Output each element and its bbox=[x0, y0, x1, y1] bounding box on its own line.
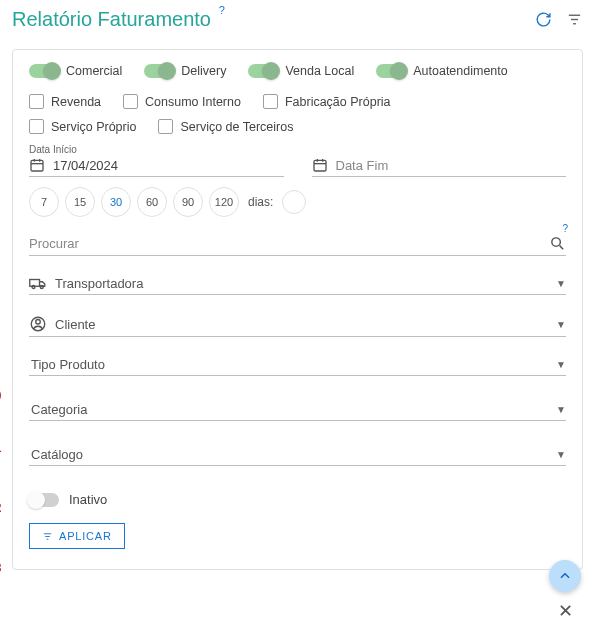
svg-point-11 bbox=[552, 238, 561, 247]
filter-icon[interactable] bbox=[566, 11, 583, 28]
toggle-comercial[interactable]: Comercial bbox=[29, 64, 122, 78]
select-cliente-label: Cliente bbox=[55, 317, 548, 332]
date-start-input[interactable]: 17/04/2024 bbox=[29, 157, 284, 177]
toggle-autoatendimento[interactable]: Autoatendimento bbox=[376, 64, 508, 78]
annotation-10: 10 bbox=[0, 389, 1, 403]
refresh-icon[interactable] bbox=[535, 11, 552, 28]
annotation-12: 12 bbox=[0, 501, 1, 515]
select-categoria[interactable]: Categoria ▼ bbox=[29, 402, 566, 421]
help-icon[interactable]: ? bbox=[562, 223, 568, 234]
annotation-13: 13 bbox=[0, 561, 1, 575]
toggle-comercial-label: Comercial bbox=[66, 64, 122, 78]
toggle-delivery-label: Delivery bbox=[181, 64, 226, 78]
check-servico-terceiros-label: Serviço de Terceiros bbox=[180, 120, 293, 134]
toggle-delivery[interactable]: Delivery bbox=[144, 64, 226, 78]
chevron-down-icon: ▼ bbox=[556, 404, 566, 415]
day-preset-30[interactable]: 30 bbox=[101, 187, 131, 217]
day-preset-60[interactable]: 60 bbox=[137, 187, 167, 217]
apply-button-label: APLICAR bbox=[59, 530, 112, 542]
day-preset-7[interactable]: 7 bbox=[29, 187, 59, 217]
filter-icon bbox=[42, 531, 53, 542]
date-end-label-spacer bbox=[312, 144, 567, 155]
apply-button[interactable]: APLICAR bbox=[29, 523, 125, 549]
search-placeholder: Procurar bbox=[29, 236, 549, 251]
day-preset-90[interactable]: 90 bbox=[173, 187, 203, 217]
date-end-label: Data Fim bbox=[336, 158, 389, 173]
help-icon[interactable]: ? bbox=[219, 4, 225, 16]
chevron-down-icon: ▼ bbox=[556, 449, 566, 460]
select-tipo-produto-label: Tipo Produto bbox=[31, 357, 548, 372]
person-icon bbox=[29, 315, 47, 333]
check-consumo-interno-label: Consumo Interno bbox=[145, 95, 241, 109]
check-servico-proprio[interactable]: Serviço Próprio bbox=[29, 119, 136, 134]
svg-point-15 bbox=[40, 285, 43, 288]
toggle-inativo-label: Inativo bbox=[69, 492, 107, 507]
select-transportadora-label: Transportadora bbox=[55, 276, 548, 291]
svg-line-12 bbox=[560, 246, 564, 250]
chevron-down-icon: ▼ bbox=[556, 319, 566, 330]
select-catalogo[interactable]: Catálogo ▼ bbox=[29, 447, 566, 466]
annotation-11: 11 bbox=[0, 441, 1, 455]
date-start-label: Data Início bbox=[29, 144, 284, 155]
days-label: dias: bbox=[248, 195, 273, 209]
chevron-down-icon: ▼ bbox=[556, 278, 566, 289]
calendar-icon bbox=[312, 157, 328, 173]
filter-card: Comercial Delivery Venda Local Autoatend… bbox=[12, 49, 583, 570]
select-catalogo-label: Catálogo bbox=[31, 447, 548, 462]
svg-point-14 bbox=[32, 285, 35, 288]
toggle-autoatendimento-label: Autoatendimento bbox=[413, 64, 508, 78]
date-end-input[interactable]: Data Fim bbox=[312, 157, 567, 177]
svg-rect-7 bbox=[314, 160, 326, 171]
day-preset-15[interactable]: 15 bbox=[65, 187, 95, 217]
search-icon bbox=[549, 235, 566, 252]
select-cliente[interactable]: Cliente ▼ bbox=[29, 315, 566, 337]
toggle-venda-local[interactable]: Venda Local bbox=[248, 64, 354, 78]
check-revenda-label: Revenda bbox=[51, 95, 101, 109]
svg-rect-3 bbox=[31, 160, 43, 171]
date-start-value: 17/04/2024 bbox=[53, 158, 118, 173]
check-servico-terceiros[interactable]: Serviço de Terceiros bbox=[158, 119, 293, 134]
select-categoria-label: Categoria bbox=[31, 402, 548, 417]
check-fabricacao-propria-label: Fabricação Própria bbox=[285, 95, 391, 109]
toggle-inativo[interactable] bbox=[29, 493, 59, 507]
check-fabricacao-propria[interactable]: Fabricação Própria bbox=[263, 94, 391, 109]
page-title-text: Relatório Faturamento bbox=[12, 8, 211, 30]
calendar-icon bbox=[29, 157, 45, 173]
svg-point-17 bbox=[36, 320, 41, 325]
select-transportadora[interactable]: Transportadora ▼ bbox=[29, 276, 566, 295]
check-consumo-interno[interactable]: Consumo Interno bbox=[123, 94, 241, 109]
check-revenda[interactable]: Revenda bbox=[29, 94, 101, 109]
day-custom-input[interactable] bbox=[282, 190, 306, 214]
select-tipo-produto[interactable]: Tipo Produto ▼ bbox=[29, 357, 566, 376]
chevron-down-icon: ▼ bbox=[556, 359, 566, 370]
check-servico-proprio-label: Serviço Próprio bbox=[51, 120, 136, 134]
truck-icon bbox=[29, 277, 47, 291]
search-input[interactable]: Procurar ? bbox=[29, 235, 566, 256]
day-preset-120[interactable]: 120 bbox=[209, 187, 239, 217]
page-title: Relatório Faturamento ? bbox=[12, 8, 211, 31]
toggle-venda-local-label: Venda Local bbox=[285, 64, 354, 78]
